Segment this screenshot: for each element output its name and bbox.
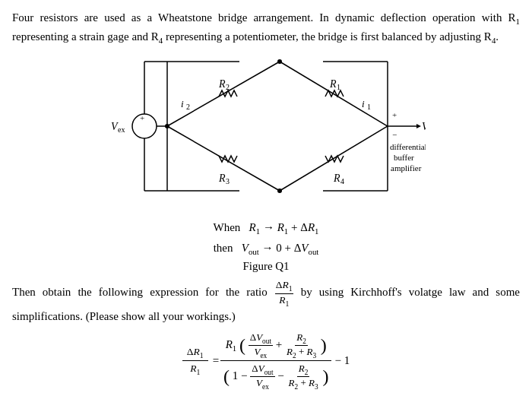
when-then-block: When R1 → R1 + ΔR1 then Vout → 0 + ΔVout bbox=[12, 218, 520, 258]
circuit-diagram: R 2 R 1 R 3 R 4 + V ex i 2 bbox=[12, 54, 520, 214]
svg-text:1: 1 bbox=[367, 103, 371, 111]
paragraph: Four resistors are used as a Wheatstone … bbox=[12, 9, 520, 46]
svg-text:2: 2 bbox=[186, 103, 190, 111]
when-line: When R1 → R1 + ΔR1 bbox=[12, 218, 520, 238]
svg-text:buffer: buffer bbox=[394, 153, 414, 162]
svg-text:−: − bbox=[392, 130, 397, 139]
svg-text:R: R bbox=[218, 78, 226, 90]
svg-text:R: R bbox=[218, 173, 226, 184]
svg-text:+: + bbox=[392, 110, 397, 119]
svg-text:1: 1 bbox=[337, 83, 340, 91]
svg-text:amplifier: amplifier bbox=[391, 163, 422, 173]
svg-marker-34 bbox=[416, 124, 421, 128]
ratio-inline: ΔR1 R1 bbox=[275, 279, 293, 308]
svg-text:R: R bbox=[333, 173, 340, 184]
svg-text:V: V bbox=[422, 121, 426, 132]
svg-text:R: R bbox=[329, 78, 337, 90]
formula-block: ΔR1 R1 = R1 ( ΔVout Vex + R2 R2 + R3 ) bbox=[12, 330, 520, 391]
svg-text:differential: differential bbox=[390, 142, 426, 151]
svg-text:i: i bbox=[181, 98, 184, 109]
svg-text:3: 3 bbox=[226, 177, 230, 185]
lhs-fraction: ΔR1 R1 bbox=[182, 344, 208, 378]
svg-point-41 bbox=[165, 124, 169, 128]
svg-point-42 bbox=[277, 188, 282, 193]
svg-text:2: 2 bbox=[226, 83, 230, 91]
svg-text:4: 4 bbox=[340, 177, 344, 185]
svg-text:ex: ex bbox=[118, 125, 125, 134]
svg-text:i: i bbox=[362, 98, 365, 109]
lower-paragraph: Then obtain the following expression for… bbox=[12, 279, 520, 325]
figure-label: Figure Q1 bbox=[12, 260, 520, 273]
then-line: then Vout → 0 + ΔVout bbox=[12, 239, 520, 258]
svg-text:+: + bbox=[140, 113, 144, 122]
svg-line-7 bbox=[280, 62, 388, 126]
svg-point-40 bbox=[277, 59, 282, 64]
